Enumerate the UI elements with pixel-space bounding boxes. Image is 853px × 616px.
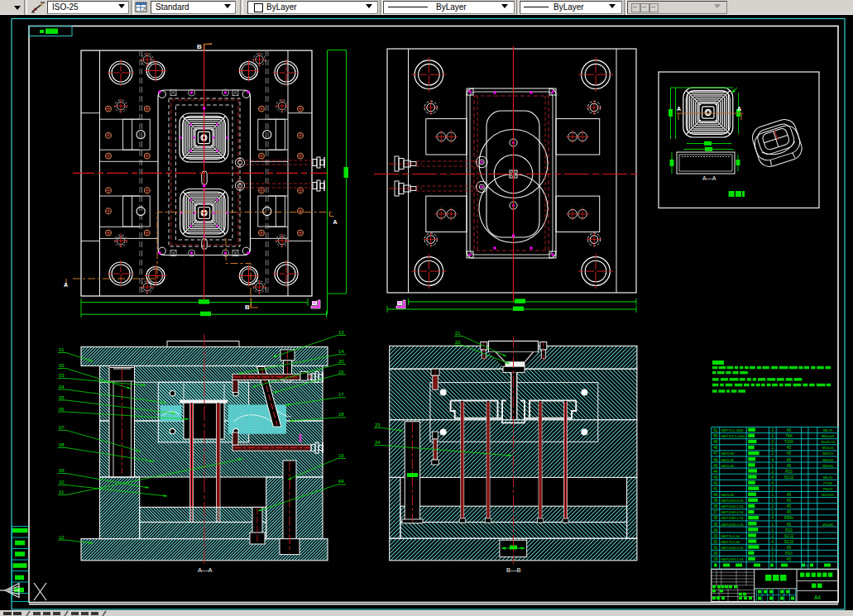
svg-text:2: 2 [772,470,774,474]
svg-text:A: A [737,106,741,112]
svg-text:GB/T4169.3-94: GB/T4169.3-94 [721,546,744,550]
svg-text:1: 1 [772,523,774,527]
svg-text:2: 2 [772,428,774,432]
svg-text:GB/T4169.1-94: GB/T4169.1-94 [721,557,744,561]
svg-text:45: 45 [787,557,792,561]
svg-text:23: 23 [375,423,381,427]
svg-text:GB/T4169.4-94: GB/T4169.4-94 [721,510,744,514]
svg-text:T8A: T8A [785,434,793,438]
svg-text:29: 29 [713,557,718,561]
svg-text:M8X40: M8X40 [822,458,833,462]
svg-text:09: 09 [59,468,65,473]
svg-text:4: 4 [772,458,774,462]
svg-text:GB70-85: GB70-85 [721,451,735,456]
svg-text:M6:20: M6:20 [823,475,833,480]
svg-text:45: 45 [713,464,718,468]
svg-text:GB/T4169.2-94: GB/T4169.2-94 [721,504,744,509]
svg-text:45x45-14: 45x45-14 [821,440,835,444]
svg-text:GB/T4169.8-94: GB/T4169.8-94 [721,499,744,503]
svg-text:A: A [64,282,68,288]
svg-text:1: 1 [772,546,774,550]
svg-text:64: 64 [338,479,344,484]
svg-text:GB/T4169.4-94: GB/T4169.4-94 [721,523,744,527]
svg-text:GB/T70.1-00: GB/T70.1-00 [721,534,740,538]
svg-text:P71/8: P71/8 [823,481,832,485]
svg-text:10: 10 [59,480,65,485]
svg-text:P8x14: P8x14 [823,487,833,491]
svg-text:22: 22 [455,340,461,345]
svg-text:M6:25: M6:25 [823,428,833,432]
svg-text:45: 45 [787,446,792,450]
svg-text:38: 38 [713,504,718,509]
svg-text:11: 11 [59,489,65,494]
svg-text:1: 1 [772,464,774,468]
svg-text:B: B [245,303,250,311]
svg-text:45: 45 [787,428,792,432]
svg-text:30: 30 [713,552,718,556]
svg-text:4: 4 [772,516,774,520]
svg-text:14: 14 [338,349,344,354]
svg-text:2: 2 [772,487,774,491]
svg-text:1: 1 [772,528,774,532]
svg-text:35: 35 [713,523,718,527]
svg-text:20: 20 [338,359,344,364]
svg-text:65Mn: 65Mn [784,516,794,520]
svg-text:32: 32 [713,540,718,544]
svg-text:A: A [677,106,681,112]
svg-text:SUJ2: SUJ2 [784,540,794,544]
svg-text:4: 4 [772,481,774,485]
svg-text:45: 45 [787,464,792,468]
svg-text:45: 45 [787,523,792,527]
svg-text:d35x80: d35x80 [822,523,834,527]
svg-text:GB/T70.1-2000: GB/T70.1-2000 [721,428,744,432]
svg-text:B—B: B—B [506,566,521,574]
svg-text:39: 39 [713,499,718,503]
svg-text:13: 13 [338,330,344,335]
svg-text:31: 31 [713,546,718,550]
svg-text:M10x15: M10x15 [822,446,834,450]
svg-text:GB/T119.1-2000: GB/T119.1-2000 [721,434,745,438]
svg-text:24: 24 [375,440,381,445]
svg-text:48: 48 [713,446,718,450]
svg-text:41: 41 [713,487,718,491]
svg-text:15: 15 [338,370,344,375]
svg-text:SUJ2: SUJ2 [784,475,794,480]
svg-text:40: 40 [713,493,718,497]
svg-text:46: 46 [713,458,718,462]
svg-text:P20: P20 [785,528,793,532]
svg-text:43: 43 [713,475,718,480]
svg-text:45: 45 [787,493,792,497]
svg-text:2: 2 [772,440,774,444]
svg-text:37: 37 [713,510,718,514]
svg-text:A: A [333,219,338,225]
svg-text:2: 2 [772,504,774,509]
svg-text:GB70-85: GB70-85 [721,458,735,462]
svg-text:02: 02 [59,363,65,368]
svg-text:36: 36 [713,516,718,520]
svg-text:A4: A4 [814,595,821,600]
svg-text:T10A: T10A [784,440,794,444]
svg-text:08: 08 [59,442,65,447]
svg-text:GB70-85: GB70-85 [721,493,735,497]
svg-text:P20: P20 [785,470,793,474]
svg-text:01: 01 [59,347,65,352]
svg-text:1: 1 [772,510,774,514]
svg-text:17: 17 [338,392,344,397]
svg-text:1: 1 [772,451,774,456]
svg-text:21: 21 [455,331,461,336]
svg-text:45: 45 [787,504,792,509]
svg-text:1: 1 [772,557,774,561]
svg-text:M6X30: M6X30 [822,464,833,468]
svg-text:45: 45 [787,510,792,514]
svg-text:2: 2 [772,534,774,538]
svg-text:47: 47 [713,451,718,456]
svg-text:A—A: A—A [702,175,716,181]
svg-text:B: B [197,43,202,50]
svg-text:4: 4 [772,475,774,480]
svg-text:49: 49 [713,440,718,444]
svg-text:04: 04 [59,384,65,389]
svg-text:4: 4 [772,540,774,544]
svg-text:12: 12 [59,535,65,540]
svg-text:34: 34 [713,528,718,532]
svg-text:45: 45 [787,499,792,503]
